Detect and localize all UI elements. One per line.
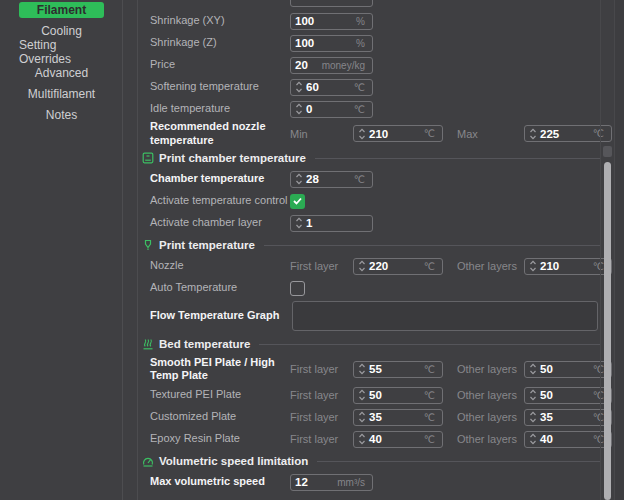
setting-row: Epoxy Resin Plate First layer 40 ℃ Other… xyxy=(138,428,614,450)
chamber-temperature-input[interactable]: 28 ℃ xyxy=(290,171,373,188)
setting-label: Flow Temperature Graph xyxy=(150,309,290,322)
auto-temperature-checkbox[interactable] xyxy=(290,281,305,296)
other-layers-label: Other layers xyxy=(457,433,524,445)
spinner-icon[interactable] xyxy=(529,128,537,140)
section-title: Print chamber temperature xyxy=(159,152,306,164)
spinner-icon[interactable] xyxy=(295,173,303,185)
spinner-icon[interactable] xyxy=(358,128,366,140)
input-unit: ℃ xyxy=(354,174,365,185)
setting-row: Activate temperature control xyxy=(138,190,614,212)
sidebar-item-notes[interactable]: Notes xyxy=(19,107,104,123)
sidebar-item-cooling[interactable]: Cooling xyxy=(19,23,104,39)
setting-label: Idle temperature xyxy=(150,102,290,115)
nozzle-temp-min-input[interactable]: 210 ℃ xyxy=(353,125,443,142)
spinner-icon[interactable] xyxy=(529,411,537,423)
nozzle-first-layer-input[interactable]: 220 ℃ xyxy=(353,258,443,275)
input-value: 100 xyxy=(295,15,356,27)
right-gutter xyxy=(615,0,624,500)
input-unit: ℃ xyxy=(424,364,435,375)
volumetric-speed-icon xyxy=(142,455,154,467)
first-layer-label: First layer xyxy=(290,389,353,401)
spinner-icon[interactable] xyxy=(358,260,366,272)
truncated-input-top[interactable] xyxy=(290,0,373,7)
spinner-icon[interactable] xyxy=(358,363,366,375)
section-header-print-chamber-temperature: Print chamber temperature xyxy=(138,147,614,168)
epoxy-resin-other-layers-input[interactable]: 40 ℃ xyxy=(524,431,612,448)
nozzle-other-layers-input[interactable]: 210 ℃ xyxy=(524,258,612,275)
input-value: 50 xyxy=(369,389,424,401)
scrollbar-thumb[interactable] xyxy=(604,162,611,500)
sidebar-item-setting-overrides[interactable]: Setting Overrides xyxy=(19,44,104,60)
input-unit: ℃ xyxy=(424,128,435,139)
min-label: Min xyxy=(290,128,353,140)
other-layers-label: Other layers xyxy=(457,389,524,401)
epoxy-resin-first-layer-input[interactable]: 40 ℃ xyxy=(353,431,443,448)
setting-label: Chamber temperature xyxy=(150,172,290,185)
sidebar-item-advanced[interactable]: Advanced xyxy=(19,65,104,81)
sidebar-item-multifilament[interactable]: Multifilament xyxy=(19,86,104,102)
idle-temperature-input[interactable]: 0 ℃ xyxy=(290,101,373,118)
max-volumetric-speed-input[interactable]: 12 mm³/s xyxy=(290,474,373,491)
spinner-icon[interactable] xyxy=(358,411,366,423)
section-title: Volumetric speed limitation xyxy=(159,455,308,467)
setting-label: Activate temperature control xyxy=(150,194,290,207)
filament-settings-window: Filament Cooling Setting Overrides Advan… xyxy=(0,0,624,500)
smooth-pei-first-layer-input[interactable]: 55 ℃ xyxy=(353,361,443,378)
section-header-bed-temperature: Bed temperature xyxy=(138,333,614,354)
input-value: 0 xyxy=(306,103,354,115)
max-label: Max xyxy=(457,128,524,140)
spinner-icon[interactable] xyxy=(295,81,303,93)
scrollbar-segment xyxy=(603,146,612,157)
input-unit: ℃ xyxy=(593,434,604,445)
print-temperature-icon xyxy=(142,239,154,251)
setting-row: Softening temperature 60 ℃ xyxy=(138,76,614,98)
spinner-icon[interactable] xyxy=(529,363,537,375)
setting-row: Shrinkage (Z) 100 % xyxy=(138,32,614,54)
input-value: 50 xyxy=(540,363,593,375)
nozzle-temp-max-input[interactable]: 225 ℃ xyxy=(524,125,612,142)
textured-pei-other-layers-input[interactable]: 50 ℃ xyxy=(524,387,612,404)
customized-plate-other-layers-input[interactable]: 35 ℃ xyxy=(524,409,612,426)
section-rule xyxy=(264,245,600,246)
chamber-icon xyxy=(142,152,154,164)
setting-label: Epoxy Resin Plate xyxy=(150,432,290,445)
setting-label: Nozzle xyxy=(150,259,290,272)
spinner-icon[interactable] xyxy=(529,389,537,401)
input-unit: % xyxy=(356,38,365,49)
input-unit: ℃ xyxy=(424,434,435,445)
spinner-icon[interactable] xyxy=(295,217,303,229)
price-input[interactable]: 20 money/kg xyxy=(290,57,373,74)
input-unit: ℃ xyxy=(593,128,604,139)
softening-temperature-input[interactable]: 60 ℃ xyxy=(290,79,373,96)
input-value: 35 xyxy=(369,411,424,423)
setting-row: Shrinkage (XY) 100 % xyxy=(138,10,614,32)
spinner-icon[interactable] xyxy=(295,103,303,115)
spinner-icon[interactable] xyxy=(358,433,366,445)
spinner-icon[interactable] xyxy=(529,433,537,445)
setting-label: Max volumetric speed xyxy=(150,475,290,488)
textured-pei-first-layer-input[interactable]: 50 ℃ xyxy=(353,387,443,404)
input-unit: ℃ xyxy=(593,390,604,401)
section-header-print-temperature: Print temperature xyxy=(138,234,614,255)
flow-temperature-graph[interactable] xyxy=(292,301,598,331)
setting-row: Recommended nozzle temperature Min 210 ℃… xyxy=(138,120,614,147)
setting-row: Nozzle First layer 220 ℃ Other layers 21… xyxy=(138,255,614,277)
customized-plate-first-layer-input[interactable]: 35 ℃ xyxy=(353,409,443,426)
first-layer-label: First layer xyxy=(290,411,353,423)
shrinkage-z-input[interactable]: 100 % xyxy=(290,35,373,52)
sidebar-item-filament[interactable]: Filament xyxy=(19,2,104,18)
spinner-icon[interactable] xyxy=(529,260,537,272)
setting-label: Smooth PEI Plate / High Temp Plate xyxy=(150,356,290,382)
setting-label: Softening temperature xyxy=(150,80,290,93)
activate-temperature-control-checkbox[interactable] xyxy=(290,194,305,209)
input-value: 220 xyxy=(369,260,424,272)
input-value: 210 xyxy=(369,128,424,140)
setting-row: Smooth PEI Plate / High Temp Plate First… xyxy=(138,354,614,384)
checkmark-icon xyxy=(293,197,302,205)
activate-chamber-layer-input[interactable]: 1 xyxy=(290,215,373,232)
smooth-pei-other-layers-input[interactable]: 50 ℃ xyxy=(524,361,612,378)
input-value: 40 xyxy=(369,433,424,445)
shrinkage-xy-input[interactable]: 100 % xyxy=(290,13,373,30)
input-value: 210 xyxy=(540,260,593,272)
spinner-icon[interactable] xyxy=(358,389,366,401)
